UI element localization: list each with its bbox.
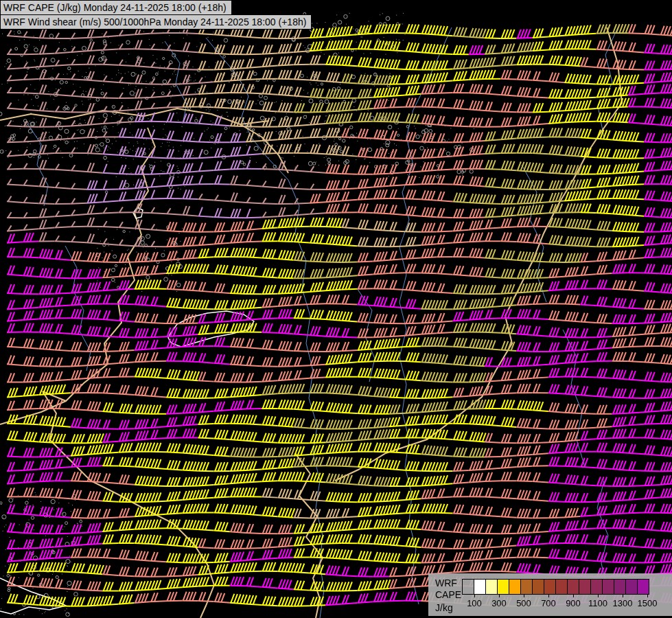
legend-color-box: [625, 579, 638, 595]
legend-color-box: [567, 579, 579, 595]
legend-tick: [524, 594, 524, 597]
wind-barb-cape-map-canvas: [0, 0, 672, 618]
weather-map-viewport: WRF CAPE (J/kg) Monday 24-11-2025 18:00 …: [0, 0, 672, 618]
legend-tick-label: 1500: [632, 598, 662, 608]
legend-color-box: [602, 579, 614, 595]
legend-color-box: [544, 579, 556, 595]
legend-color-box: [485, 579, 498, 595]
legend-tick: [573, 594, 574, 597]
legend-color-box: [520, 579, 533, 595]
legend-color-box: [497, 579, 509, 595]
legend-color-box: [637, 579, 649, 595]
legend-tick: [499, 594, 500, 597]
cape-legend: WRF CAPE J/kg 10030050070090011001300150…: [428, 573, 672, 616]
legend-color-box: [509, 579, 521, 595]
legend-color-box: [462, 579, 474, 595]
legend-tick: [548, 594, 549, 597]
map-title-cape: WRF CAPE (J/kg) Monday 24-11-2025 18:00 …: [0, 0, 232, 15]
legend-tick: [623, 594, 623, 597]
legend-tick: [474, 594, 475, 597]
legend-tick: [647, 594, 648, 597]
legend-color-box: [614, 579, 626, 595]
legend-color-scale: [462, 579, 649, 595]
legend-color-box: [555, 579, 568, 595]
legend-title-wrf: WRF: [435, 577, 457, 588]
map-title-wind-shear: WRF Wind shear (m/s) 500/1000hPa Monday …: [0, 14, 312, 30]
legend-color-box: [474, 579, 486, 595]
legend-title-cape: CAPE: [435, 589, 461, 600]
legend-color-box: [532, 579, 544, 595]
legend-tick: [598, 594, 599, 597]
legend-title-unit: J/kg: [435, 602, 453, 613]
legend-color-box: [579, 579, 591, 595]
legend-color-box: [590, 579, 603, 595]
